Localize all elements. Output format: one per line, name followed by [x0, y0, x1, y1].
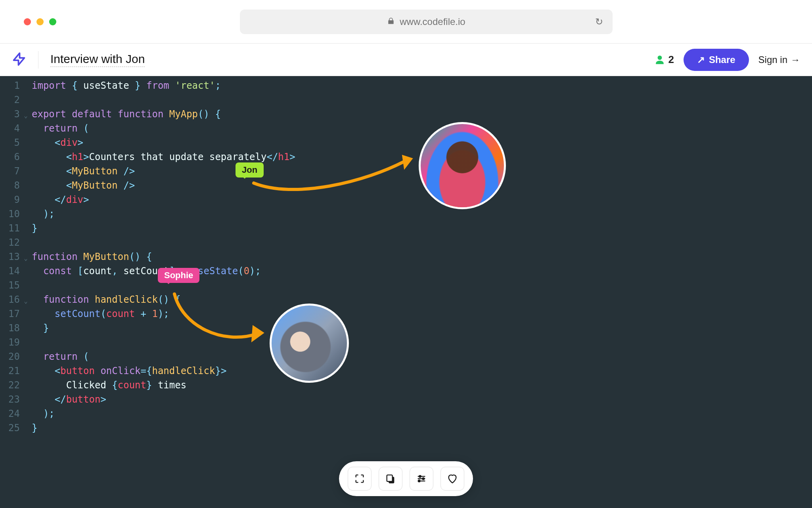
close-window-button[interactable]	[24, 18, 31, 25]
browser-chrome: www.codefile.io ↻	[0, 0, 812, 44]
code-line[interactable]: </button>	[32, 392, 295, 407]
code-content[interactable]: import { useState } from 'react';export …	[22, 76, 295, 508]
code-line[interactable]: );	[32, 407, 295, 421]
traffic-lights	[24, 18, 56, 25]
svg-point-4	[418, 480, 420, 482]
line-number: 23	[0, 392, 22, 407]
divider	[38, 51, 38, 69]
line-number: 17	[0, 307, 22, 321]
user-icon	[655, 55, 665, 65]
cursor-label-jon: Jon	[236, 162, 264, 178]
cursor-label-sophie: Sophie	[158, 268, 199, 283]
line-number: 20	[0, 349, 22, 364]
minimize-window-button[interactable]	[36, 18, 44, 25]
code-line[interactable]	[32, 235, 295, 250]
settings-button[interactable]	[410, 467, 433, 491]
maximize-window-button[interactable]	[49, 18, 56, 25]
code-line[interactable]: return (	[32, 349, 295, 364]
line-number: 4	[0, 121, 22, 136]
line-number: 12	[0, 235, 22, 250]
line-number: 24	[0, 407, 22, 421]
code-line[interactable]	[32, 335, 295, 349]
code-line[interactable]: }	[32, 321, 295, 335]
avatar-jon	[419, 122, 506, 209]
avatar-sophie	[270, 304, 349, 383]
code-line[interactable]: <button onClick={handleClick}>	[32, 364, 295, 378]
copy-button[interactable]	[379, 467, 402, 491]
heart-icon	[447, 473, 458, 484]
document-title[interactable]: Interview with Jon	[50, 52, 145, 67]
code-line[interactable]: function handleClick() {	[32, 292, 295, 307]
code-line[interactable]: <h1>Counters that update separately</h1>	[32, 150, 295, 164]
line-number: 22	[0, 378, 22, 392]
code-line[interactable]: import { useState } from 'react';	[32, 78, 295, 93]
code-line[interactable]: }	[32, 221, 295, 235]
bottom-toolbar	[339, 461, 473, 496]
line-number: 14	[0, 264, 22, 278]
line-number: 19	[0, 335, 22, 349]
code-editor[interactable]: 1234567891011121314151617181920212223242…	[0, 76, 812, 508]
sliders-icon	[416, 473, 427, 484]
line-number: 6	[0, 150, 22, 164]
svg-point-3	[422, 478, 424, 480]
line-number: 7	[0, 164, 22, 178]
signin-button[interactable]: Sign in →	[758, 54, 800, 65]
app-header: Interview with Jon 2 ↗ Share Sign in →	[0, 44, 812, 76]
code-line[interactable]: <MyButton />	[32, 178, 295, 193]
copy-icon	[385, 473, 396, 484]
line-number: 1	[0, 78, 22, 93]
app-logo-icon[interactable]	[12, 52, 26, 68]
code-line[interactable]	[32, 93, 295, 107]
code-line[interactable]: Clicked {count} times	[32, 378, 295, 392]
url-bar[interactable]: www.codefile.io ↻	[240, 10, 613, 34]
user-count-value: 2	[668, 53, 674, 66]
line-number: 3	[0, 107, 22, 121]
favorite-button[interactable]	[440, 467, 464, 491]
code-line[interactable]: setCount(count + 1);	[32, 307, 295, 321]
line-number: 11	[0, 221, 22, 235]
fullscreen-button[interactable]	[348, 467, 372, 491]
line-number: 5	[0, 136, 22, 150]
code-line[interactable]: }	[32, 421, 295, 435]
code-line[interactable]: return (	[32, 121, 295, 136]
signin-label: Sign in	[758, 54, 787, 65]
line-number: 16	[0, 292, 22, 307]
url-text: www.codefile.io	[400, 16, 465, 27]
share-label: Share	[709, 54, 735, 65]
lock-icon	[387, 17, 395, 27]
line-number: 13	[0, 250, 22, 264]
line-number: 15	[0, 278, 22, 292]
svg-point-2	[419, 476, 421, 477]
line-number: 8	[0, 178, 22, 193]
line-number: 2	[0, 93, 22, 107]
line-number: 25	[0, 421, 22, 435]
line-number-gutter: 1234567891011121314151617181920212223242…	[0, 76, 22, 508]
svg-rect-1	[387, 475, 393, 481]
user-count: 2	[655, 53, 674, 66]
reload-icon[interactable]: ↻	[595, 16, 603, 27]
line-number: 18	[0, 321, 22, 335]
fullscreen-icon	[354, 473, 365, 484]
share-arrow-icon: ↗	[697, 54, 705, 65]
arrow-right-icon: →	[791, 54, 800, 65]
code-line[interactable]: export default function MyApp() {	[32, 107, 295, 121]
line-number: 10	[0, 207, 22, 221]
code-line[interactable]: </div>	[32, 193, 295, 207]
code-line[interactable]: );	[32, 207, 295, 221]
code-line[interactable]: <div>	[32, 136, 295, 150]
share-button[interactable]: ↗ Share	[684, 49, 749, 71]
line-number: 21	[0, 364, 22, 378]
line-number: 9	[0, 193, 22, 207]
code-line[interactable]: function MyButton() {	[32, 250, 295, 264]
